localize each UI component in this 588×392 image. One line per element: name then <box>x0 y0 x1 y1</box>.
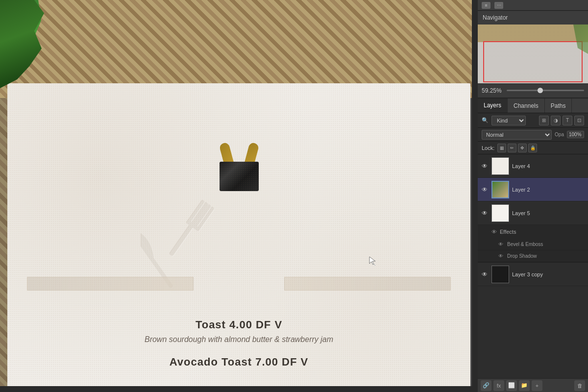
svg-rect-1 <box>187 200 204 223</box>
panel-tabs: Layers Channels Paths <box>478 98 588 113</box>
new-group-btn[interactable]: 📁 <box>519 380 530 391</box>
lock-row: Lock: ▦ ✏ ✥ 🔒 <box>478 142 588 154</box>
effects-header: 👁 Effects <box>478 225 588 239</box>
clip-arm-right <box>242 142 259 175</box>
tab-layers[interactable]: Layers <box>478 98 508 113</box>
drop-shadow-label: Drop Shadow <box>507 253 537 259</box>
menu-card: Toast 4.00 DF V Brown sourdough with alm… <box>7 83 470 392</box>
effects-eye[interactable]: 👁 <box>491 229 497 235</box>
navigator-title: Navigator <box>483 14 508 21</box>
kind-label: 🔍 <box>482 117 489 123</box>
opacity-input[interactable] <box>567 131 584 138</box>
blend-mode-row: Normal Opa <box>478 128 588 142</box>
svg-rect-0 <box>169 202 209 257</box>
opacity-label: Opa <box>555 132 564 137</box>
horizontal-scrollbar[interactable] <box>0 386 478 392</box>
svg-rect-4 <box>196 207 214 230</box>
decorative-line-right <box>284 277 451 291</box>
zoom-slider[interactable] <box>507 90 584 91</box>
layer-item-layer4[interactable]: 👁 Layer 4 <box>478 154 588 178</box>
panel-top-bar: ≡ ⋯ <box>478 0 588 11</box>
lock-label: Lock: <box>482 145 494 151</box>
layers-bottom-toolbar: 🔗 fx ⬜ 📁 + 🗑 <box>478 378 588 392</box>
effects-label: Effects <box>500 229 516 235</box>
layer-item-layer5[interactable]: 👁 Layer 5 <box>478 201 588 225</box>
filter-pixel-btn[interactable]: ⊞ <box>539 116 549 125</box>
shadow-eye[interactable]: 👁 <box>497 253 504 260</box>
menu-text-area: Toast 4.00 DF V Brown sourdough with alm… <box>7 318 470 368</box>
layer-item-layer3copy[interactable]: 👁 Layer 3 copy <box>478 263 588 286</box>
layer3copy-thumbnail <box>491 266 509 283</box>
tab-channels[interactable]: Channels <box>508 98 545 113</box>
layer5-name: Layer 5 <box>512 210 585 216</box>
binder-clip <box>210 142 269 191</box>
clip-arm-left <box>219 142 236 175</box>
delete-layer-btn[interactable]: 🗑 <box>574 380 585 391</box>
panel-expand-btn[interactable]: ⋯ <box>494 2 503 9</box>
svg-rect-6 <box>141 230 173 289</box>
layer3copy-visibility-toggle[interactable]: 👁 <box>481 270 489 278</box>
tab-paths[interactable]: Paths <box>545 98 572 113</box>
decorative-line-left <box>27 277 194 291</box>
menu-item-1-desc: Brown sourdough with almond butter & str… <box>7 335 470 344</box>
vertical-scrollbar[interactable] <box>472 0 478 386</box>
bevel-emboss-label: Bevel & Emboss <box>507 242 543 247</box>
clip-arms <box>227 142 251 174</box>
panel-menu-btn[interactable]: ≡ <box>482 2 490 9</box>
layer2-name: Layer 2 <box>512 187 585 193</box>
bevel-eye[interactable]: 👁 <box>497 241 504 248</box>
link-layers-btn[interactable]: 🔗 <box>481 380 491 391</box>
right-panel: ≡ ⋯ Navigator 59.25% <box>478 0 588 392</box>
zoom-value: 59.25% <box>482 87 504 94</box>
navigator-preview-image <box>478 24 588 83</box>
kind-select[interactable]: Kind <box>491 116 526 125</box>
canvas-area[interactable]: Toast 4.00 DF V Brown sourdough with alm… <box>0 0 478 392</box>
lock-paint-btn[interactable]: ✏ <box>508 144 516 152</box>
layer2-thumbnail <box>491 181 509 198</box>
layer4-visibility-toggle[interactable]: 👁 <box>481 162 489 170</box>
filter-icons: ⊞ ◑ T ⊡ <box>539 116 584 125</box>
layer5-visibility-toggle[interactable]: 👁 <box>481 209 489 217</box>
layer4-name: Layer 4 <box>512 163 585 169</box>
zoom-slider-thumb <box>538 88 543 93</box>
svg-rect-3 <box>193 204 211 228</box>
navigator-preview <box>478 24 588 83</box>
filter-toggle-btn[interactable]: ⊡ <box>574 116 584 125</box>
layer5-thumbnail <box>491 204 509 222</box>
lock-all-btn[interactable]: 🔒 <box>528 144 537 152</box>
filter-row: 🔍 Kind ⊞ ◑ T ⊡ <box>478 113 588 128</box>
add-style-btn[interactable]: fx <box>493 380 504 391</box>
menu-item-1-title: Toast 4.00 DF V <box>7 318 470 331</box>
effect-bevel-emboss[interactable]: 👁 Bevel & Emboss <box>478 239 588 250</box>
layers-list: 👁 Layer 4 👁 Layer 2 👁 Layer 5 <box>478 154 588 378</box>
embossed-cutlery-icon <box>141 191 239 299</box>
effect-drop-shadow[interactable]: 👁 Drop Shadow <box>478 250 588 262</box>
lock-move-btn[interactable]: ✥ <box>518 144 527 152</box>
filter-type-btn[interactable]: T <box>563 116 572 125</box>
blend-mode-select[interactable]: Normal <box>482 130 552 140</box>
filter-adj-btn[interactable]: ◑ <box>551 116 561 125</box>
layer2-visibility-toggle[interactable]: 👁 <box>481 186 489 194</box>
svg-rect-2 <box>190 202 208 226</box>
layer3copy-name: Layer 3 copy <box>512 271 585 277</box>
layer-item-layer2[interactable]: 👁 Layer 2 <box>478 178 588 201</box>
svg-rect-5 <box>186 220 200 232</box>
effects-group: 👁 Effects 👁 Bevel & Emboss 👁 Drop Shadow <box>478 225 588 263</box>
menu-item-2-title: Avocado Toast 7.00 DF V <box>7 356 470 368</box>
navigator-header: Navigator <box>478 11 588 24</box>
navigator-section: Navigator 59.25% <box>478 11 588 98</box>
layer4-thumbnail <box>491 157 509 175</box>
clip-body <box>220 162 259 191</box>
zoom-bar: 59.25% <box>478 83 588 98</box>
lock-transparent-btn[interactable]: ▦ <box>497 144 506 152</box>
add-mask-btn[interactable]: ⬜ <box>506 380 517 391</box>
new-layer-btn[interactable]: + <box>532 380 542 391</box>
app-window: Toast 4.00 DF V Brown sourdough with alm… <box>0 0 588 392</box>
lock-icons-group: ▦ ✏ ✥ 🔒 <box>497 144 537 152</box>
